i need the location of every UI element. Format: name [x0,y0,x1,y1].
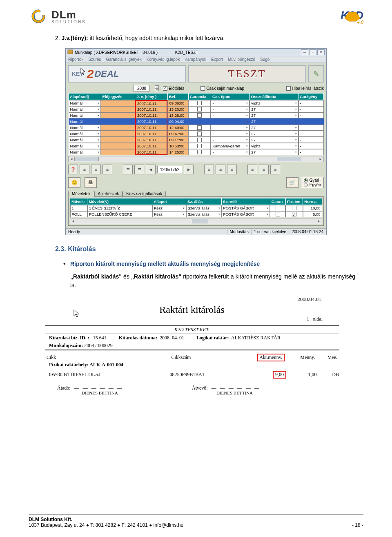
grid-cell-bef[interactable]: 09:11:00 [167,137,188,143]
grid-cell-elojegyzes[interactable] [101,149,135,155]
dgrid-cell-allapot[interactable]: Kész▾ [152,205,186,211]
grid-cell-gar-tipus[interactable]: ▾ [211,118,249,125]
grid-cell-jv-teny[interactable]: 2007.10.11. [135,149,168,155]
hiba-leiras-checkbox[interactable] [286,86,291,91]
dgrid-cell-fizeten[interactable] [285,205,303,211]
tool-btn-4[interactable]: ≡ [102,165,112,174]
year-input[interactable]: 2008 [134,85,150,91]
grid-cell-jv-teny[interactable]: 2007.10.11. [135,100,168,106]
detail-h-scrollbar[interactable]: ◄► [70,218,322,224]
grid-cell-gar-igeny[interactable]: - [298,143,324,149]
grid-cell-alaporadij[interactable]: Normál▾ [69,131,101,137]
tool-btn-prev[interactable]: ◄ [146,165,156,174]
dgrid-cell-sz-allas[interactable]: Szerviz állás▾ [186,205,222,211]
dgrid-cell-szerelo[interactable]: POSTÁS GÁBOR▾ [222,211,270,217]
tool-btn-9[interactable]: ≡ [227,165,237,174]
grid-cell-garancia[interactable] [188,118,211,125]
grid-cell-alaporadij[interactable]: Normál▾ [69,118,101,125]
grid-cell-jv-teny[interactable]: 2007.10.11. [135,125,168,131]
grid-cell-gar-igeny[interactable]: - [298,112,324,118]
col-osszeallitotta[interactable]: Összeállította [249,94,298,100]
grid-cell-jv-teny[interactable]: 2007.10.11. [135,143,168,149]
grid-cell-elojegyzes[interactable] [101,118,135,125]
menu-item[interactable]: Export [211,57,223,62]
dgrid-cell-fizeten[interactable]: ✓ [285,211,303,217]
grid-cell-alaporadij[interactable]: Normál▾ [69,143,101,149]
dcol-fizeten[interactable]: Fizeten [285,198,303,205]
tab-kozv[interactable]: Közv.szolgáltatások [122,191,166,197]
grid-cell-gar-tipus[interactable]: -▾ [211,100,249,106]
grid-cell-bef[interactable]: 10:53:00 [167,143,188,149]
grid-cell-bef[interactable]: 12:40:00 [167,125,188,131]
tool-btn-1[interactable]: ❓ [68,165,78,174]
grid-cell-elojegyzes[interactable] [101,137,135,143]
dcol-garan[interactable]: Garan [270,198,285,205]
grid-cell-osszeallitotta[interactable]: 27▾ [249,131,298,137]
grid-cell-osszeallitotta[interactable]: 27▾ [249,125,298,131]
grid-cell-gar-igeny[interactable]: - [298,131,324,137]
col-alaporadij[interactable]: Alapóradíj [69,94,101,100]
tool-btn-7[interactable]: ≡ [204,165,214,174]
dgrid-cell-muvele[interactable]: 1 [70,205,87,211]
grid-cell-bef[interactable]: 14:25:00 [167,149,188,155]
minimize-button[interactable]: ─ [301,49,308,55]
grid-cell-alaporadij[interactable]: Normál▾ [69,106,101,112]
grid-cell-elojegyzes[interactable] [101,100,135,106]
radio-egyeb[interactable] [304,183,308,187]
grid-cell-elojegyzes[interactable] [101,112,135,118]
grid-cell-gar-igeny[interactable]: - [298,100,324,106]
grid-cell-alaporadij[interactable]: Normál▾ [69,149,101,155]
dcol-allapot[interactable]: Állapot [152,198,186,205]
dgrid-cell-sz-allas[interactable]: Szerviz állás▾ [186,211,222,217]
grid-cell-gar-tipus[interactable]: -▾ [211,125,249,131]
col-garancia[interactable]: Garancia [188,94,211,100]
tool-btn-6[interactable]: ≣ [134,165,144,174]
tool-btn-10[interactable]: ≡ [247,165,257,174]
col-jv-teny[interactable]: J. v. (tény ) [135,94,168,100]
dgrid-cell-allapot[interactable]: Kész▾ [152,211,186,217]
dgrid-cell-garan[interactable] [270,211,285,217]
grid-cell-jv-teny[interactable]: 2007.10.11. [135,131,168,137]
grid-cell-elojegyzes[interactable] [101,143,135,149]
grid-cell-bef[interactable]: 09:36:00 [167,100,188,106]
grid-cell-garancia[interactable] [188,143,211,149]
grid-cell-osszeallitotta[interactable]: 27▾ [249,137,298,143]
dgrid-cell-muvelet-n[interactable]: POLLENSZŰRŐ CSERE [87,211,152,217]
dgrid-cell-szerelo[interactable]: POSTÁS GÁBOR▾ [222,205,270,211]
grid-cell-elojegyzes[interactable] [101,106,135,112]
grid-cell-garancia[interactable] [188,125,211,131]
grid-cell-bef[interactable]: 13:28:00 [167,112,188,118]
dgrid-cell-muvele[interactable]: POLL [70,211,87,217]
grid-cell-elojegyzes[interactable] [101,131,135,137]
grid-cell-bef[interactable]: 09:04:00 [167,118,188,125]
col-elojegyzes[interactable]: Előjegyzés [101,94,135,100]
menu-item[interactable]: Kampányok [185,57,206,62]
grid-cell-alaporadij[interactable]: Normál▾ [69,125,101,131]
grid-cell-elojegyzes[interactable] [101,125,135,131]
grid-cell-garancia[interactable] [188,137,211,143]
grid-cell-gar-tipus[interactable]: -▾ [211,106,249,112]
grid-cell-garancia[interactable] [188,131,211,137]
menu-item[interactable]: Szűrés [88,57,101,62]
grid-cell-gar-tipus[interactable]: -▾ [211,137,249,143]
grid-cell-gar-igeny[interactable]: - [298,106,324,112]
menu-item[interactable]: Körny.véd.ig.lapok [147,57,180,62]
dgrid-cell-garan[interactable] [270,205,285,211]
tool-btn-3[interactable]: ≡ [91,165,101,174]
cart-icon-button[interactable]: 🛒 [286,177,298,188]
grid-cell-gar-tipus[interactable]: Kampány-garan▾ [211,143,249,149]
tool-btn-12[interactable]: ≡ [270,165,280,174]
dcol-muvele[interactable]: Művele [70,198,87,205]
dcol-muvelet-n[interactable]: Művelet(N) [87,198,152,205]
maximize-button[interactable]: ▫ [309,49,316,55]
tool-btn-11[interactable]: ≡ [259,165,269,174]
tool-btn-8[interactable]: ≡ [216,165,225,174]
grid-cell-bef[interactable]: 13:20:00 [167,106,188,112]
menu-item[interactable]: Riportok [68,57,83,62]
tool-btn-2[interactable]: ≡ [80,165,89,174]
grid-h-scrollbar[interactable]: ◄► [68,156,324,162]
elotoltes-checkbox[interactable]: ✓ [163,86,167,91]
edit-icon-button[interactable]: ✎ [308,65,324,82]
grid-cell-garancia[interactable] [188,100,211,106]
tab-alkatreszek[interactable]: Alkatrészek [94,191,123,197]
